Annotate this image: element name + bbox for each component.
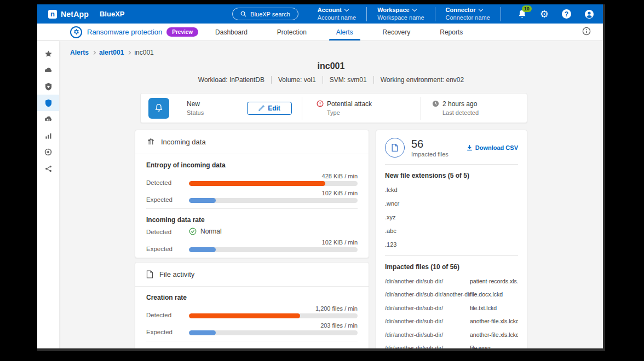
sidebar-item-backup-recovery[interactable]	[37, 111, 59, 127]
file-path: /dir/another-dir/sub-dir/	[385, 305, 470, 311]
account-menu[interactable]: Account Account name	[318, 7, 356, 21]
brand-name: NetApp	[61, 10, 89, 19]
impacted-files-count-label: Impacted files	[411, 151, 449, 158]
bell-icon	[154, 103, 163, 113]
notification-count-badge: 10	[522, 5, 532, 12]
service-title-group: Ransomware protection Preview	[70, 26, 198, 38]
type-label: Type	[327, 110, 421, 116]
help-icon: ?	[562, 9, 571, 19]
metric-bar-track	[189, 330, 358, 335]
impacted-file-row: /dir/another-dir/sub-dir/ another-file.x…	[385, 331, 518, 338]
metric-row: Detected Normal	[146, 228, 358, 235]
tab-reports[interactable]: Reports	[425, 24, 478, 40]
section-title: Incoming data rate	[146, 216, 358, 224]
tab-recovery[interactable]: Recovery	[368, 24, 426, 40]
preview-badge: Preview	[166, 27, 198, 37]
file-extension-item: .123	[385, 241, 518, 248]
page-title: inc001	[135, 61, 527, 71]
file-extension-item: .xyz	[385, 214, 518, 220]
impacted-files-list: /dir/another-dir/sub-dir/ patient-record…	[376, 278, 527, 352]
workspace-menu[interactable]: Workspace Workspace name	[377, 7, 424, 21]
metric-bar-group: 428 KiB / min	[189, 173, 358, 186]
pencil-icon	[258, 105, 264, 111]
alert-tile	[148, 98, 169, 119]
impacted-file-row: /dir/another-dir/sub-dir/ patient-record…	[385, 278, 518, 284]
metric-bar-fill	[189, 247, 216, 252]
status-group: New Status	[187, 101, 225, 116]
settings-button[interactable]: ⚙	[540, 9, 549, 19]
sidebar-item-share[interactable]	[37, 160, 59, 177]
file-name: file.docx.lckd	[470, 291, 518, 298]
file-path: /dir/another-dir/sub-dir/	[385, 318, 470, 324]
workspace-menu-value: Workspace name	[377, 14, 424, 21]
shield-heart-icon	[45, 83, 52, 91]
edit-button[interactable]: Edit	[247, 102, 292, 115]
meta-volume: Volume: vol1	[271, 76, 323, 84]
section-title: Entropy of incoming data	[146, 161, 358, 169]
connector-menu-label: Connector	[446, 7, 476, 14]
meta-working-environment: Working environment: env02	[373, 76, 471, 84]
sidebar-item-analytics[interactable]	[37, 127, 59, 144]
gear-icon: ⚙	[540, 9, 549, 19]
divider	[501, 7, 501, 21]
metric-bar-group: 203 files / min	[189, 322, 358, 335]
file-name: file.wncr	[470, 345, 518, 351]
cloud-icon	[44, 67, 53, 73]
tab-alerts[interactable]: Alerts	[321, 24, 368, 40]
bluexp-search-button[interactable]: BlueXP search	[232, 8, 298, 20]
file-activity-title: File activity	[159, 270, 194, 278]
metric-status-label: Normal	[200, 228, 222, 235]
connector-menu[interactable]: Connector Connector name	[446, 7, 490, 21]
download-csv-button[interactable]: Download CSV	[467, 144, 518, 151]
incoming-data-title: Incoming data	[161, 138, 206, 146]
metric-bar-track	[189, 198, 358, 203]
account-menu-value: Account name	[318, 14, 356, 21]
metric-value: 102 KiB / min	[189, 190, 358, 196]
file-path: /dir/another-dir/sub-dir/another-dir...	[385, 291, 470, 298]
sidebar-item-ransomware-protection[interactable]	[37, 95, 59, 111]
sidebar-item-favorites[interactable]	[37, 45, 59, 62]
metric-status: Normal	[189, 228, 222, 235]
sidebar-corner	[37, 24, 59, 40]
metric-bar-fill	[189, 313, 300, 318]
impacted-files-column: 56 Impacted files Download CS	[376, 130, 527, 351]
netapp-logo: n	[48, 10, 57, 19]
product-name: BlueXP	[100, 10, 125, 18]
metric-label: Expected	[146, 196, 189, 203]
file-name: another-file.xls.lckd	[470, 331, 518, 338]
metric-bar-group: 1,200 files / min	[189, 305, 358, 318]
section-title: Renaming rate	[146, 348, 358, 351]
breadcrumb-alert001-link[interactable]: alert001	[99, 49, 124, 56]
data-rate-section: Incoming data rate Detected Norm	[135, 209, 369, 258]
extensions-title: New file extensions (5 of 5)	[376, 165, 527, 179]
incoming-data-card: Incoming data Entropy of incoming data D…	[135, 130, 369, 258]
status-card: New Status Edit Potential attack Type	[140, 93, 527, 123]
sidebar-item-settings[interactable]	[37, 144, 59, 160]
notifications-button[interactable]: 10	[518, 9, 527, 19]
breadcrumb-alerts-link[interactable]: Alerts	[70, 49, 89, 56]
impacted-files-card: 56 Impacted files Download CS	[376, 130, 527, 351]
tab-protection[interactable]: Protection	[262, 24, 321, 40]
metric-label: Detected	[146, 229, 189, 235]
divider	[435, 7, 435, 21]
left-sidebar	[37, 41, 59, 351]
file-activity-card: File activity Creation rate Detected	[135, 262, 369, 351]
breadcrumb: Alerts alert001 inc001	[59, 41, 603, 56]
divider	[366, 7, 367, 21]
metric-row: Detected 428 KiB / min	[146, 173, 358, 186]
info-button[interactable]	[582, 27, 591, 38]
metric-value: 428 KiB / min	[189, 173, 358, 179]
tab-dashboard[interactable]: Dashboard	[200, 24, 262, 40]
search-label: BlueXP search	[250, 11, 290, 18]
metric-bar-track	[189, 181, 358, 186]
help-button[interactable]: ?	[562, 9, 571, 19]
sidebar-item-cloud-storage[interactable]	[37, 62, 59, 78]
sidebar-item-protection-health[interactable]	[37, 78, 59, 95]
file-path: /dir/another-dir/sub-dir/	[385, 331, 470, 338]
ransomware-protection-icon	[70, 26, 82, 38]
metrics-column: Incoming data Entropy of incoming data D…	[135, 130, 369, 351]
file-name: file.txt.lckd	[470, 305, 518, 311]
impacted-file-row: /dir/another-dir/sub-dir/ file.txt.lckd	[385, 305, 518, 311]
app-body: Alerts alert001 inc001 inc001 Workload: …	[37, 41, 603, 351]
user-menu-button[interactable]	[584, 9, 594, 19]
